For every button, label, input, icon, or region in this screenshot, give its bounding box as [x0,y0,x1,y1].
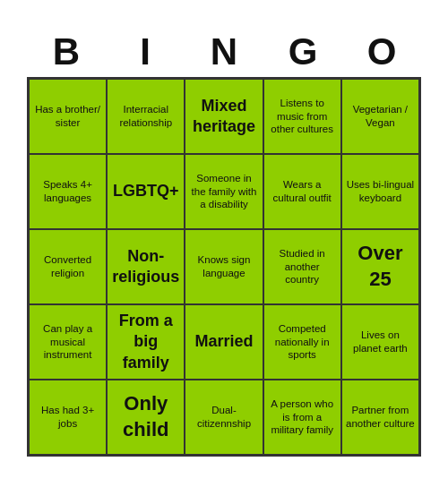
title-letter: B [29,30,104,73]
bingo-cell[interactable]: Listens to music from other cultures [263,79,341,154]
bingo-card: BINGO Has a brother/ sisterInterracial r… [18,21,430,466]
bingo-cell[interactable]: A person who is from a military family [263,380,341,455]
bingo-title: BINGO [27,30,421,73]
bingo-cell[interactable]: Someone in the family with a disability [185,154,263,229]
title-letter: O [344,30,419,73]
bingo-cell[interactable]: Mixed heritage [185,79,263,154]
bingo-cell[interactable]: Competed nationally in sports [263,304,341,380]
bingo-cell[interactable]: Over 25 [341,229,419,304]
bingo-cell[interactable]: Only child [107,380,185,455]
bingo-grid: Has a brother/ sisterInterracial relatio… [27,77,421,457]
bingo-cell[interactable]: Knows sign language [185,229,263,304]
bingo-cell[interactable]: Speaks 4+ languages [29,154,107,229]
bingo-cell[interactable]: Married [185,304,263,380]
bingo-cell[interactable]: Non-religious [107,229,185,304]
bingo-cell[interactable]: Wears a cultural outfit [263,154,341,229]
bingo-cell[interactable]: Has a brother/ sister [29,79,107,154]
bingo-cell[interactable]: Lives on planet earth [341,304,419,380]
bingo-cell[interactable]: Interracial relationship [107,79,185,154]
title-letter: N [186,30,262,73]
bingo-cell[interactable]: Studied in another country [263,229,341,304]
bingo-cell[interactable]: From a big family [107,304,185,380]
bingo-cell[interactable]: Has had 3+ jobs [29,380,107,455]
bingo-cell[interactable]: Can play a musical instrument [29,304,107,380]
bingo-cell[interactable]: Uses bi-lingual keyboard [341,154,419,229]
title-letter: I [108,30,183,73]
bingo-cell[interactable]: Dual-citizennship [185,380,263,455]
bingo-cell[interactable]: Converted religion [29,229,107,304]
bingo-cell[interactable]: Partner from another culture [341,380,419,455]
bingo-cell[interactable]: LGBTQ+ [107,154,185,229]
bingo-cell[interactable]: Vegetarian / Vegan [341,79,419,154]
title-letter: G [265,30,340,73]
